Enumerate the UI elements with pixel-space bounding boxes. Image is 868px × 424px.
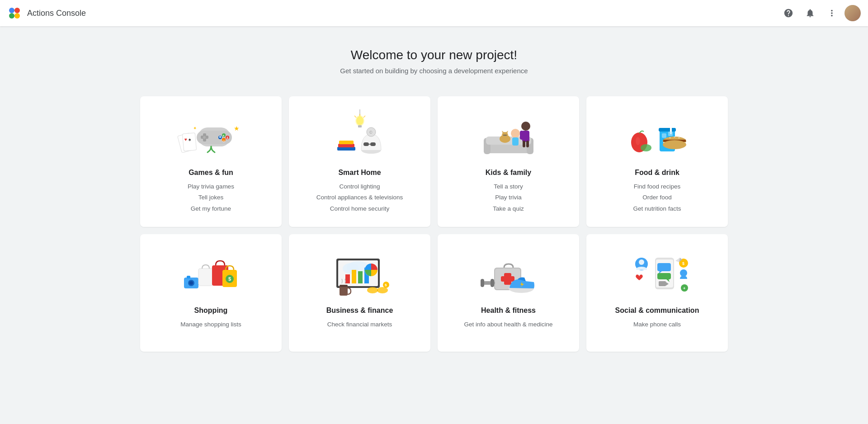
svg-rect-87: [352, 270, 356, 283]
svg-rect-86: [345, 274, 350, 283]
svg-rect-109: [657, 263, 671, 271]
svg-point-121: [680, 269, 687, 277]
svg-text:♠: ♠: [189, 137, 191, 142]
card-social-communication[interactable]: $ + Social & communication Make phone ca…: [586, 234, 728, 352]
svg-rect-92: [340, 285, 348, 287]
svg-text:+: +: [222, 134, 225, 138]
app-header: Actions Console: [0, 0, 868, 26]
svg-point-75: [189, 281, 193, 285]
svg-rect-5: [182, 133, 196, 151]
svg-point-49: [505, 135, 506, 136]
svg-rect-101: [501, 276, 514, 282]
help-button[interactable]: [779, 4, 797, 22]
svg-point-12: [203, 136, 206, 139]
svg-point-48: [503, 135, 505, 136]
food-drink-title: Food & drink: [635, 169, 679, 177]
kids-family-title: Kids & family: [486, 169, 531, 177]
business-finance-title: Business & finance: [326, 306, 393, 315]
health-fitness-title: Health & fitness: [481, 306, 536, 315]
svg-point-85: [343, 263, 359, 274]
svg-text:+: +: [683, 286, 685, 291]
svg-point-93: [367, 287, 378, 293]
shopping-items: Manage shopping lists: [180, 319, 241, 330]
smarthome-item-2: Control appliances & televisions: [316, 192, 403, 203]
card-shopping[interactable]: $ Shopping Manage shopping lists: [140, 234, 282, 352]
avatar: [844, 5, 861, 21]
smarthome-item-3: Control home security: [316, 203, 403, 214]
smarthome-item-1: Control lighting: [316, 181, 403, 192]
svg-point-16: [222, 138, 226, 141]
svg-point-69: [678, 137, 680, 138]
business-finance-items: Check financial markets: [327, 319, 392, 330]
social-communication-items: Make phone calls: [633, 319, 681, 330]
kids-illustration: [472, 107, 545, 161]
food-item-2: Order food: [633, 192, 681, 203]
svg-rect-35: [363, 142, 369, 146]
svg-point-0: [9, 8, 14, 13]
svg-rect-30: [337, 147, 355, 151]
kids-item-1: Tell a story: [493, 181, 524, 192]
svg-point-59: [636, 137, 640, 145]
shopping-item-1: Manage shopping lists: [180, 319, 241, 330]
svg-point-68: [674, 137, 675, 137]
app-title: Actions Console: [27, 9, 86, 18]
svg-text:$: $: [682, 261, 684, 266]
more-options-button[interactable]: [823, 4, 841, 22]
svg-rect-61: [659, 128, 676, 132]
header-right: [779, 4, 861, 22]
svg-line-28: [363, 116, 365, 118]
user-avatar-button[interactable]: [844, 5, 861, 21]
card-food-drink[interactable]: Food & drink Find food recipes Order foo…: [586, 96, 728, 227]
svg-point-70: [641, 144, 651, 151]
svg-rect-105: [481, 279, 484, 287]
notifications-button[interactable]: [801, 4, 819, 22]
games-item-2: Tell jokes: [188, 192, 234, 203]
shopping-title: Shopping: [194, 306, 228, 315]
card-business-finance[interactable]: $ Business & finance Check financial mar…: [289, 234, 430, 352]
svg-rect-55: [525, 131, 529, 140]
welcome-section: Welcome to your new project! Get started…: [36, 48, 832, 75]
finance-illustration: $: [324, 245, 396, 299]
svg-rect-32: [339, 141, 354, 144]
svg-rect-71: [662, 133, 666, 138]
card-games-fun[interactable]: ♥ ♠ +: [140, 96, 282, 227]
health-fitness-items: Get info about health & medicine: [464, 319, 553, 330]
svg-rect-56: [523, 141, 525, 147]
food-illustration: [621, 107, 693, 161]
shopping-illustration: $: [175, 245, 247, 299]
card-smart-home[interactable]: © Smart Home Control lighting Control ap…: [289, 96, 430, 227]
card-kids-family[interactable]: Kids & family Tell a story Play trivia T…: [438, 96, 579, 227]
svg-text:$: $: [385, 283, 387, 287]
google-logo: [7, 6, 22, 20]
cards-grid: ♥ ♠ +: [140, 96, 728, 352]
health-illustration: [472, 245, 545, 299]
food-item-1: Find food recipes: [633, 181, 681, 192]
svg-rect-57: [526, 141, 529, 147]
main-content: Welcome to your new project! Get started…: [0, 26, 868, 424]
social-communication-title: Social & communication: [615, 306, 699, 315]
svg-rect-77: [198, 269, 213, 286]
svg-point-66: [663, 140, 686, 149]
svg-point-2: [9, 13, 14, 19]
welcome-title: Welcome to your new project!: [36, 48, 832, 62]
games-illustration: ♥ ♠ +: [175, 107, 247, 161]
games-item-3: Get my fortune: [188, 203, 234, 214]
svg-rect-54: [520, 131, 524, 140]
finance-item-1: Check financial markets: [327, 319, 392, 330]
svg-rect-113: [659, 281, 666, 286]
svg-rect-31: [338, 144, 354, 147]
svg-text:✦: ✦: [193, 126, 197, 131]
header-left: Actions Console: [7, 6, 779, 20]
kids-item-3: Take a quiz: [493, 203, 524, 214]
svg-rect-106: [491, 279, 494, 287]
smarthome-illustration: ©: [324, 107, 396, 161]
svg-text:©: ©: [369, 130, 373, 135]
kids-family-items: Tell a story Play trivia Take a quiz: [493, 181, 524, 214]
svg-rect-36: [370, 142, 376, 146]
health-item-1: Get info about health & medicine: [464, 319, 553, 330]
food-item-3: Get nutrition facts: [633, 203, 681, 214]
svg-rect-91: [340, 286, 348, 296]
card-health-fitness[interactable]: Health & fitness Get info about health &…: [438, 234, 579, 352]
svg-rect-88: [358, 271, 363, 283]
svg-rect-26: [358, 125, 362, 127]
